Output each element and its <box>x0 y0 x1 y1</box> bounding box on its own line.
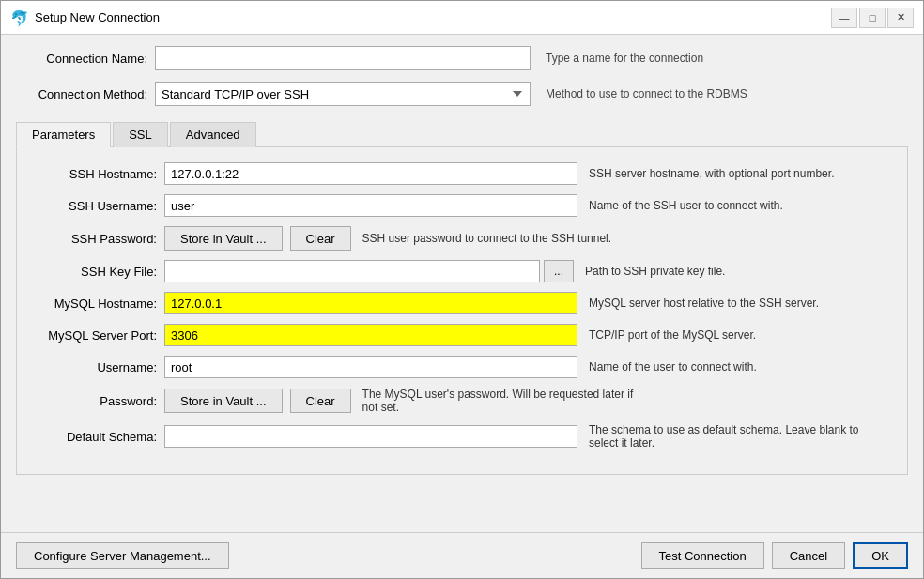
ssh-keyfile-controls: ... <box>164 260 574 282</box>
password-clear-button[interactable]: Clear <box>290 389 351 413</box>
ssh-password-label: SSH Password: <box>28 232 164 246</box>
close-button[interactable]: ✕ <box>887 8 914 28</box>
ssh-password-buttons: Store in Vault ... Clear <box>164 226 351 251</box>
ok-button[interactable]: OK <box>853 542 908 569</box>
default-schema-input[interactable] <box>164 425 578 448</box>
password-buttons: Store in Vault ... Clear <box>164 389 351 413</box>
footer-right-buttons: Test Connection Cancel OK <box>641 542 909 569</box>
cancel-button[interactable]: Cancel <box>772 542 845 569</box>
ssh-hostname-row: SSH Hostname: SSH server hostname, with … <box>28 162 896 185</box>
ssh-username-label: SSH Username: <box>28 199 164 213</box>
tab-content-parameters: SSH Hostname: SSH server hostname, with … <box>16 147 908 475</box>
ssh-clear-button[interactable]: Clear <box>290 226 351 251</box>
app-icon: 🐬 <box>10 9 27 26</box>
password-store-vault-button[interactable]: Store in Vault ... <box>164 389 283 413</box>
ssh-keyfile-label: SSH Key File: <box>28 265 164 279</box>
connection-name-hint: Type a name for the connection <box>538 52 908 65</box>
password-hint: The MySQL user's password. Will be reque… <box>362 388 644 414</box>
password-label: Password: <box>28 394 164 408</box>
connection-name-row: Connection Name: Type a name for the con… <box>16 46 908 70</box>
ssh-store-vault-button[interactable]: Store in Vault ... <box>164 226 283 251</box>
password-row: Password: Store in Vault ... Clear The M… <box>28 388 896 414</box>
configure-server-management-button[interactable]: Configure Server Management... <box>16 542 229 569</box>
ssh-keyfile-row: SSH Key File: ... Path to SSH private ke… <box>28 260 896 282</box>
username-row: Username: Name of the user to connect wi… <box>28 356 896 378</box>
connection-method-label: Connection Method: <box>16 87 147 101</box>
username-hint: Name of the user to connect with. <box>589 360 757 373</box>
ssh-hostname-hint: SSH server hostname, with optional port … <box>589 167 834 180</box>
ssh-username-hint: Name of the SSH user to connect with. <box>589 199 783 212</box>
tab-ssl[interactable]: SSL <box>113 122 168 147</box>
ssh-keyfile-browse-button[interactable]: ... <box>544 260 574 282</box>
ssh-password-row: SSH Password: Store in Vault ... Clear S… <box>28 226 896 251</box>
username-label: Username: <box>28 360 164 374</box>
mysql-hostname-row: MySQL Hostname: MySQL server host relati… <box>28 292 896 314</box>
footer: Configure Server Management... Test Conn… <box>1 532 923 578</box>
connection-method-row: Connection Method: Standard TCP/IP over … <box>16 82 908 106</box>
ssh-hostname-label: SSH Hostname: <box>28 167 164 181</box>
mysql-port-label: MySQL Server Port: <box>28 328 164 343</box>
mysql-hostname-label: MySQL Hostname: <box>28 297 164 311</box>
maximize-button[interactable]: □ <box>859 8 886 28</box>
mysql-port-hint: TCP/IP port of the MySQL server. <box>589 328 756 342</box>
ssh-password-hint: SSH user password to connect to the SSH … <box>362 232 611 245</box>
connection-method-hint: Method to use to connect to the RDBMS <box>538 87 908 100</box>
username-input[interactable] <box>164 356 578 378</box>
default-schema-hint: The schema to use as default schema. Lea… <box>589 423 870 449</box>
connection-name-input[interactable] <box>155 46 531 70</box>
mysql-hostname-hint: MySQL server host relative to the SSH se… <box>589 297 819 310</box>
default-schema-label: Default Schema: <box>28 430 164 444</box>
mysql-port-input[interactable] <box>164 324 578 346</box>
connection-method-select[interactable]: Standard TCP/IP over SSH Standard (TCP/I… <box>155 82 531 106</box>
ssh-keyfile-input[interactable] <box>164 260 540 282</box>
minimize-button[interactable]: — <box>831 8 857 28</box>
mysql-port-row: MySQL Server Port: TCP/IP port of the My… <box>28 324 896 346</box>
mysql-hostname-input[interactable] <box>164 292 578 314</box>
ssh-keyfile-hint: Path to SSH private key file. <box>585 265 725 278</box>
tabs-container: Parameters SSL Advanced SSH Hostname: SS… <box>16 117 908 475</box>
ssh-username-input[interactable] <box>164 194 578 217</box>
default-schema-row: Default Schema: The schema to use as def… <box>28 423 896 449</box>
ssh-username-row: SSH Username: Name of the SSH user to co… <box>28 194 896 217</box>
title-bar-left: 🐬 Setup New Connection <box>10 9 160 26</box>
tab-bar: Parameters SSL Advanced <box>16 121 908 147</box>
test-connection-button[interactable]: Test Connection <box>641 542 764 569</box>
window-controls: — □ ✕ <box>831 8 914 28</box>
window-title: Setup New Connection <box>35 10 160 24</box>
tab-parameters[interactable]: Parameters <box>16 122 111 147</box>
title-bar: 🐬 Setup New Connection — □ ✕ <box>1 1 923 35</box>
connection-name-label: Connection Name: <box>16 52 147 66</box>
main-content: Connection Name: Type a name for the con… <box>1 35 923 532</box>
main-window: 🐬 Setup New Connection — □ ✕ Connection … <box>0 0 924 579</box>
ssh-hostname-input[interactable] <box>164 162 578 185</box>
tab-advanced[interactable]: Advanced <box>170 122 256 147</box>
